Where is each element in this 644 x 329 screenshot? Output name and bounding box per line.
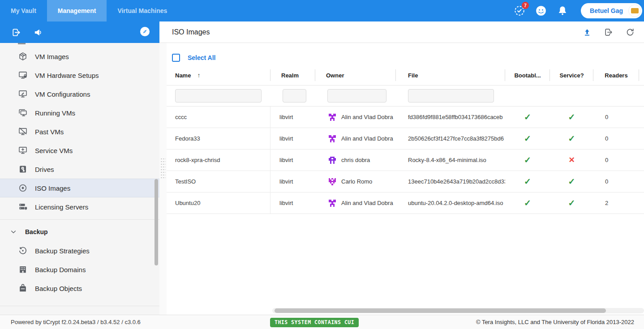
- sidebar-item-label: Backup Strategies: [35, 247, 90, 255]
- select-all-checkbox[interactable]: [172, 54, 180, 62]
- main-header: ISO Images: [159, 21, 644, 43]
- sidebar-item[interactable]: Licensing Servers: [0, 197, 159, 216]
- check-icon: ✓: [524, 133, 531, 144]
- cell-file: ubuntu-20.04.2.0-desktop-amd64.iso: [396, 192, 505, 214]
- column-header-service[interactable]: Service?: [550, 65, 593, 85]
- drag-handle-icon: [160, 158, 166, 178]
- export-icon[interactable]: [604, 27, 614, 37]
- column-header-readers[interactable]: Readers: [593, 65, 639, 85]
- column-header-owner[interactable]: Owner: [315, 65, 396, 85]
- top-nav: My VaultManagementVirtual Machines 7 Bet…: [0, 0, 644, 21]
- cell-owner: Alin and Vlad Dobra: [315, 128, 396, 149]
- top-nav-tab[interactable]: My Vault: [0, 0, 47, 21]
- x-icon: ✕: [568, 155, 575, 165]
- support-face-icon[interactable]: [535, 5, 547, 17]
- upload-icon[interactable]: [582, 27, 592, 37]
- filter-realm-input[interactable]: [283, 89, 306, 103]
- column-header-realm[interactable]: Realm: [270, 65, 315, 85]
- select-all-label[interactable]: Select All: [188, 54, 216, 61]
- cell-service: ✕: [550, 150, 593, 171]
- sidebar-item[interactable]: VM Hardware Setups: [0, 66, 159, 85]
- owner-avatar: [329, 200, 336, 207]
- cell-bootable: ✓: [505, 192, 550, 214]
- sidebar-item[interactable]: Backup Objects: [0, 279, 159, 298]
- sidebar-item[interactable]: Running VMs: [0, 103, 159, 122]
- monitor-slash-icon: [18, 127, 28, 137]
- monitor-lock-icon: [18, 70, 28, 80]
- sidebar: VM Images VM Hardware Setups VM Configur…: [0, 43, 159, 315]
- cell-readers: 0: [593, 150, 639, 171]
- sidebar-item[interactable]: Drives: [0, 160, 159, 179]
- sidebar-scrollbar[interactable]: [155, 179, 158, 265]
- panel-splitter[interactable]: [159, 43, 167, 315]
- cell-owner: Alin and Vlad Dobra: [315, 192, 396, 214]
- page-title: ISO Images: [172, 28, 210, 36]
- sidebar-section-backup[interactable]: Backup: [0, 222, 159, 241]
- user-avatar: [628, 4, 641, 17]
- check-icon: ✓: [524, 198, 531, 208]
- cell-service: ✓: [550, 107, 593, 128]
- cell-name: Fedora33: [167, 128, 270, 149]
- sidebar-item[interactable]: Backup Domains: [0, 260, 159, 279]
- sidebar-item[interactable]: VM Images: [0, 47, 159, 66]
- top-nav-tab[interactable]: Virtual Machines: [107, 0, 178, 21]
- check-icon: ✓: [568, 133, 575, 144]
- package-icon: [18, 51, 28, 61]
- user-menu[interactable]: Betuel Gag: [581, 3, 642, 18]
- footer: Powered by tiCrypt f2.0.24.beta3 / b3.4.…: [0, 315, 644, 329]
- filter-file-input[interactable]: [408, 89, 494, 103]
- user-name: Betuel Gag: [590, 7, 623, 14]
- cell-realm: libvirt: [270, 107, 315, 128]
- sidebar-item-label: VM Images: [35, 53, 69, 60]
- cell-service: ✓: [550, 128, 593, 149]
- sidebar-item-label: ISO Images: [35, 184, 70, 192]
- filter-owner-input[interactable]: [327, 89, 386, 103]
- sidebar-item[interactable]: ISO Images: [0, 179, 159, 197]
- sidebar-item-label: Backup Domains: [35, 266, 86, 273]
- approvals-badge: 7: [522, 2, 529, 9]
- logout-icon[interactable]: [11, 27, 21, 38]
- sidebar-item[interactable]: Past VMs: [0, 122, 159, 141]
- table-row[interactable]: TestISO libvirt Carlo Romo 13eec710b4e26…: [167, 171, 644, 192]
- horizontal-scrollbar: [272, 308, 644, 313]
- cell-readers: 0: [593, 171, 639, 192]
- sidebar-item-label: Backup Objects: [35, 285, 82, 292]
- cell-owner: chris dobra: [315, 150, 396, 171]
- column-header-file[interactable]: File: [396, 65, 505, 85]
- column-header-name[interactable]: Name ↑: [167, 65, 270, 85]
- top-nav-tab[interactable]: Management: [47, 0, 107, 21]
- check-icon: ✓: [568, 198, 575, 208]
- filter-name-input[interactable]: [175, 89, 262, 103]
- sidebar-item[interactable]: Service VMs: [0, 141, 159, 160]
- version-text: Powered by tiCrypt f2.0.24.beta3 / b3.4.…: [11, 319, 141, 325]
- cell-file: 2b50626cf3f1427fce7cc8a3f8275bd6: [396, 128, 505, 149]
- column-header-bootable[interactable]: Bootabl...: [505, 65, 550, 85]
- cell-realm: libvirt: [270, 150, 315, 171]
- backup-section-label: Backup: [25, 228, 48, 235]
- cell-realm: libvirt: [270, 192, 315, 214]
- check-icon: ✓: [524, 176, 531, 187]
- monitors-icon: [18, 108, 28, 118]
- sidebar-item[interactable]: VM Configurations: [0, 85, 159, 103]
- table-row[interactable]: cccc libvirt Alin and Vlad Dobra fd386fd…: [167, 107, 644, 128]
- approvals-clock-icon[interactable]: 7: [514, 5, 525, 17]
- notifications-bell-icon[interactable]: [557, 5, 568, 17]
- check-icon: ✓: [568, 176, 575, 187]
- sidebar-divider: [0, 219, 159, 220]
- table-row[interactable]: rock8-xpra-chrisd libvirt chris dobra Ro…: [167, 150, 644, 171]
- refresh-icon[interactable]: [625, 27, 635, 37]
- table-row[interactable]: Fedora33 libvirt Alin and Vlad Dobra 2b5…: [167, 128, 644, 150]
- cell-name: Ubuntu20: [167, 192, 270, 214]
- select-all-row: Select All: [167, 43, 644, 65]
- megaphone-icon[interactable]: [33, 27, 43, 38]
- copyright-text: © Tera Insights, LLC and The University …: [476, 319, 634, 325]
- sidebar-item[interactable]: Backup Strategies: [0, 241, 159, 260]
- table-row[interactable]: Ubuntu20 libvirt Alin and Vlad Dobra ubu…: [167, 192, 644, 214]
- sidebar-item-label: Running VMs: [35, 109, 75, 117]
- building-icon: [18, 265, 28, 274]
- horizontal-scrollbar-thumb[interactable]: [275, 308, 606, 313]
- cell-service: ✓: [550, 192, 593, 214]
- sidebar-item-label: VM Configurations: [35, 90, 90, 98]
- disc-icon: [18, 183, 28, 193]
- compass-icon[interactable]: [140, 26, 151, 38]
